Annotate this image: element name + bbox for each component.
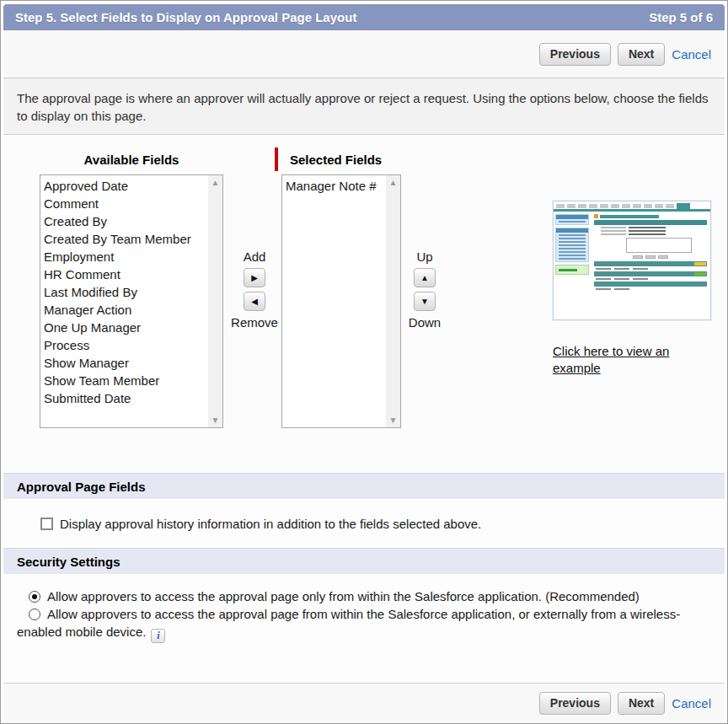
section-title: Approval Page Fields <box>17 480 146 494</box>
list-item[interactable]: Show Team Member <box>44 372 222 389</box>
right-arrow-icon: ▶ <box>251 273 258 282</box>
approval-page-fields-band: Display approval history information in … <box>3 499 725 548</box>
list-item[interactable]: Comment <box>44 195 222 212</box>
security-option-mobile-label: Allow approvers to access the approval p… <box>17 607 680 639</box>
field-picker: Available Fields Selected Fields Approve… <box>3 135 725 473</box>
security-option-internal: Allow approvers to access the approval p… <box>17 587 711 605</box>
thumbnail-tab-bar <box>554 201 710 209</box>
thumbnail-content <box>591 212 710 319</box>
previous-button[interactable]: Previous <box>539 43 611 66</box>
list-item[interactable]: Created By Team Member <box>44 230 222 248</box>
view-example-link[interactable]: Click here to view an example <box>553 343 692 377</box>
wizard-page: Step 5. Select Fields to Display on Appr… <box>0 0 728 724</box>
scroll-up-icon[interactable]: ▲ <box>386 175 400 190</box>
list-item[interactable]: Approved Date <box>44 177 222 195</box>
available-fields-label: Available Fields <box>40 153 223 167</box>
display-history-checkbox-label: Display approval history information in … <box>60 517 481 531</box>
radio-internal-only[interactable] <box>29 591 40 603</box>
add-button[interactable]: ▶ <box>244 268 265 287</box>
scroll-down-icon[interactable]: ▼ <box>208 413 222 427</box>
previous-button[interactable]: Previous <box>539 692 611 715</box>
list-item[interactable]: Created By <box>44 212 222 230</box>
list-item[interactable]: Manager Note # <box>286 177 400 195</box>
down-label: Down <box>409 315 441 330</box>
add-remove-controls: Add ▶ ◀ Remove <box>228 249 281 330</box>
top-nav-bar: Previous Next Cancel <box>3 30 725 78</box>
next-button[interactable]: Next <box>618 692 665 715</box>
list-item[interactable]: Last Modified By <box>44 283 222 301</box>
up-button[interactable]: ▲ <box>414 268 436 287</box>
radio-mobile-allowed[interactable] <box>29 609 40 620</box>
selected-fields-label-row: Selected Fields <box>275 147 382 171</box>
required-indicator-bar <box>275 147 278 171</box>
page-description: The approval page is where an approver w… <box>3 78 725 135</box>
scroll-down-icon[interactable]: ▼ <box>386 413 400 427</box>
page-title: Step 5. Select Fields to Display on Appr… <box>15 10 356 24</box>
selected-fields-items: Manager Note # <box>282 175 400 195</box>
down-button[interactable]: ▼ <box>414 292 436 311</box>
add-label: Add <box>244 249 266 264</box>
up-arrow-icon: ▲ <box>420 273 429 282</box>
up-label: Up <box>416 249 432 264</box>
cancel-link[interactable]: Cancel <box>672 47 711 62</box>
down-arrow-icon: ▼ <box>420 297 429 306</box>
list-item[interactable]: Show Manager <box>44 354 222 372</box>
available-fields-items: Approved Date Comment Created By Created… <box>40 175 222 407</box>
list-item[interactable]: Employment <box>44 248 222 265</box>
section-title: Security Settings <box>17 555 120 569</box>
bottom-nav-bar: Previous Next Cancel <box>3 683 725 723</box>
list-item[interactable]: Submitted Date <box>44 389 222 407</box>
scroll-up-icon[interactable]: ▲ <box>208 175 222 190</box>
step-indicator: Step 5 of 6 <box>649 10 713 24</box>
scrollbar[interactable]: ▲ ▼ <box>208 175 222 427</box>
remove-button[interactable]: ◀ <box>244 292 265 311</box>
example-thumbnail[interactable] <box>553 201 711 320</box>
list-item[interactable]: One Up Manager <box>44 319 222 336</box>
security-settings-header: Security Settings <box>3 548 725 574</box>
available-fields-listbox[interactable]: Approved Date Comment Created By Created… <box>40 174 223 428</box>
selected-fields-listbox[interactable]: Manager Note # ▲ ▼ <box>281 174 401 428</box>
left-arrow-icon: ◀ <box>251 297 258 306</box>
approval-page-fields-header: Approval Page Fields <box>3 473 725 499</box>
display-history-checkbox[interactable] <box>40 518 53 530</box>
info-icon[interactable]: i <box>151 629 165 643</box>
remove-label: Remove <box>231 315 278 330</box>
thumbnail-sidebar <box>554 212 591 319</box>
list-item[interactable]: Manager Action <box>44 301 222 319</box>
list-item[interactable]: HR Comment <box>44 265 222 283</box>
cancel-link[interactable]: Cancel <box>672 696 711 711</box>
security-option-internal-label: Allow approvers to access the approval p… <box>47 589 640 603</box>
security-option-mobile: Allow approvers to access the approval p… <box>17 605 711 643</box>
wizard-header: Step 5. Select Fields to Display on Appr… <box>3 4 725 30</box>
reorder-controls: Up ▲ ▼ Down <box>398 249 452 330</box>
list-item[interactable]: Process <box>44 336 222 354</box>
security-settings-band: Allow approvers to access the approval p… <box>3 574 725 683</box>
next-button[interactable]: Next <box>618 43 665 66</box>
selected-fields-label: Selected Fields <box>290 153 382 167</box>
